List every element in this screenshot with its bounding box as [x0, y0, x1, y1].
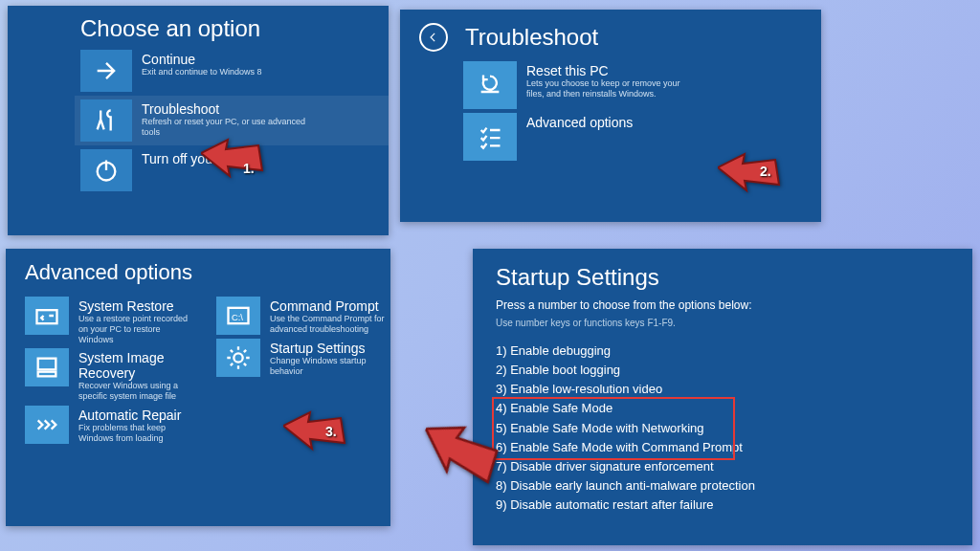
reset-icon	[463, 61, 517, 109]
option-advanced-options[interactable]: Advanced options	[463, 113, 821, 161]
option-label: Continue	[142, 52, 262, 67]
option-label: Reset this PC	[526, 63, 699, 78]
option-label: Automatic Repair	[78, 408, 197, 423]
hint-text: Use number keys or functions keys F1-F9.	[496, 318, 972, 328]
option-sub: Refresh or reset your PC, or use advance…	[142, 117, 314, 138]
option-command-prompt[interactable]: C:\ Command PromptUse the Command Prompt…	[216, 297, 389, 335]
option-label: System Restore	[78, 298, 197, 314]
option-label: System Image Recovery	[78, 350, 197, 381]
startup-option[interactable]: 9) Disable automatic restart after failu…	[496, 496, 972, 515]
option-sub: Use a restore point recorded on your PC …	[78, 314, 197, 344]
tools-icon	[80, 99, 132, 142]
option-sub: Exit and continue to Windows 8	[142, 67, 262, 77]
arrow-right-icon	[80, 50, 132, 92]
power-icon	[80, 149, 132, 191]
option-sub: Lets you choose to keep or remove your f…	[526, 78, 699, 99]
gear-icon	[216, 339, 260, 377]
instruction-text: Press a number to choose from the option…	[496, 298, 972, 312]
page-title: Startup Settings	[496, 264, 972, 291]
choose-option-panel: Choose an option ContinueExit and contin…	[8, 6, 389, 235]
option-turn-off[interactable]: Turn off your PC	[80, 149, 389, 191]
option-label: Command Prompt	[270, 298, 389, 314]
option-continue[interactable]: ContinueExit and continue to Windows 8	[80, 50, 389, 92]
advanced-options-panel: Advanced options System RestoreUse a res…	[6, 249, 390, 526]
option-sub: Fix problems that keep Windows from load…	[78, 423, 197, 444]
option-label: Troubleshoot	[142, 101, 314, 117]
image-recovery-icon	[25, 348, 69, 386]
checklist-icon	[463, 113, 517, 161]
option-label: Turn off your PC	[142, 151, 239, 166]
restore-icon	[25, 297, 69, 335]
troubleshoot-panel: Troubleshoot Reset this PCLets you choos…	[400, 10, 821, 222]
svg-rect-1	[37, 310, 57, 323]
option-system-restore[interactable]: System RestoreUse a restore point record…	[25, 297, 197, 344]
startup-option[interactable]: 8) Disable early launch anti-malware pro…	[496, 476, 972, 496]
option-sub: Recover Windows using a specific system …	[78, 381, 197, 402]
option-sub: Use the Command Prompt for advanced trou…	[270, 314, 389, 335]
option-label: Startup Settings	[270, 341, 389, 356]
option-label: Advanced options	[526, 115, 633, 130]
option-troubleshoot[interactable]: TroubleshootRefresh or reset your PC, or…	[75, 96, 389, 145]
svg-rect-2	[38, 359, 56, 370]
startup-option[interactable]: 1) Enable debugging	[496, 342, 972, 361]
highlight-box	[492, 397, 735, 460]
page-title: Choose an option	[80, 15, 389, 42]
option-automatic-repair[interactable]: Automatic RepairFix problems that keep W…	[25, 406, 197, 444]
terminal-icon: C:\	[216, 297, 260, 335]
back-button[interactable]	[419, 23, 448, 52]
svg-text:C:\: C:\	[232, 313, 243, 322]
svg-rect-3	[38, 372, 56, 377]
page-title: Troubleshoot	[465, 24, 598, 51]
page-title: Advanced options	[25, 260, 390, 285]
repair-icon	[25, 406, 69, 444]
svg-point-6	[234, 353, 242, 362]
option-reset-pc[interactable]: Reset this PCLets you choose to keep or …	[463, 61, 821, 109]
option-sub: Change Windows startup behavior	[270, 356, 389, 377]
option-startup-settings[interactable]: Startup SettingsChange Windows startup b…	[216, 339, 389, 377]
option-system-image-recovery[interactable]: System Image RecoveryRecover Windows usi…	[25, 348, 197, 402]
startup-settings-panel: Startup Settings Press a number to choos…	[473, 249, 972, 545]
startup-option[interactable]: 2) Enable boot logging	[496, 361, 972, 380]
